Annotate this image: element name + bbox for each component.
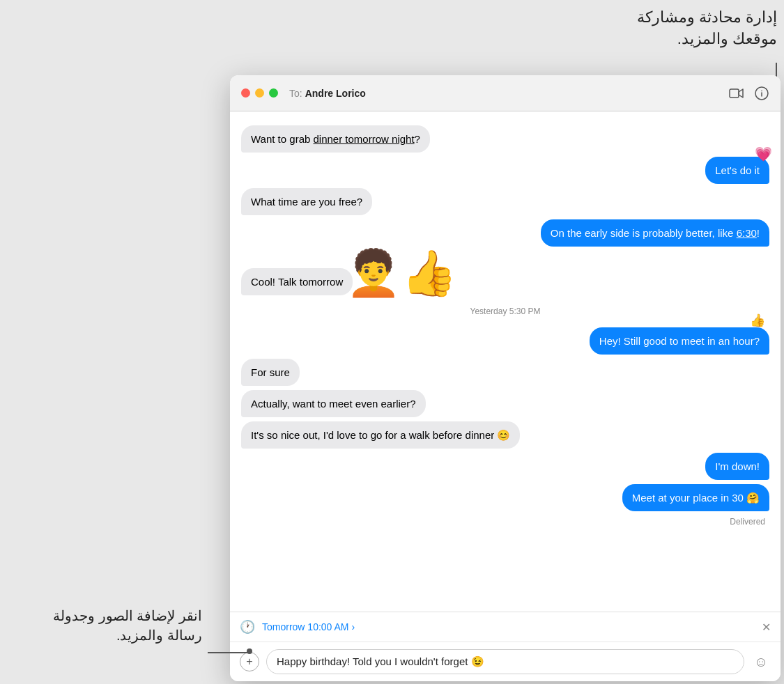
message-row: On the early side is probably better, li…: [241, 219, 769, 247]
annotation-line2: رسالة والمزيد.: [7, 625, 202, 645]
info-icon[interactable]: [754, 86, 769, 101]
traffic-lights: [241, 88, 278, 98]
annotation-connector-line: [208, 652, 249, 653]
title-bar-actions: [729, 86, 769, 101]
message-bubble: It's so nice out, I'd love to go for a w…: [241, 421, 520, 449]
annotation-line1: انقر لإضافة الصور وجدولة: [7, 606, 202, 625]
to-label: To:: [289, 88, 302, 99]
message-bubble: For sure: [241, 359, 300, 386]
reaction-emoji: 💗: [755, 144, 772, 164]
message-bubble: 👍 Hey! Still good to meet in an hour?: [590, 327, 769, 355]
svg-rect-0: [730, 89, 739, 98]
emoji-icon: ☺: [754, 654, 768, 670]
message-bubble: On the early side is probably better, li…: [541, 219, 769, 247]
timestamp: Yesterday 5:30 PM: [241, 306, 769, 316]
annotation-line2: موقعك والمزيد.: [637, 29, 777, 50]
fullscreen-button[interactable]: [269, 88, 278, 98]
title-bar: To: Andre Lorico: [230, 75, 781, 111]
annotation-line1: إدارة محادثة ومشاركة: [637, 7, 777, 29]
emoji-button[interactable]: ☺: [751, 652, 771, 671]
message-row: Meet at your place in 30 🤗: [241, 484, 769, 511]
message-row: For sure: [241, 359, 769, 386]
bottom-left-annotation: انقر لإضافة الصور وجدولة رسالة والمزيد.: [7, 606, 202, 645]
delivered-label: Delivered: [241, 517, 765, 527]
minimize-button[interactable]: [255, 88, 264, 98]
reminder-bar[interactable]: 🕐 Tomorrow 10:00 AM › ✕: [230, 612, 781, 642]
reminder-clock-icon: 🕐: [240, 619, 255, 635]
message-bubble: Cool! Talk tomorrow: [241, 268, 353, 295]
video-call-icon[interactable]: [729, 86, 744, 101]
top-annotation: إدارة محادثة ومشاركة موقعك والمزيد.: [637, 7, 777, 50]
reaction-emoji-thumbs: 👍: [750, 312, 765, 329]
bottom-area: 🕐 Tomorrow 10:00 AM › ✕ + ☺: [230, 612, 781, 681]
message-row: Cool! Talk tomorrow 🧑‍🦱👍: [241, 251, 769, 295]
message-bubble: Meet at your place in 30 🤗: [622, 484, 769, 511]
message-row: I'm down!: [241, 453, 769, 480]
close-button[interactable]: [241, 88, 250, 98]
message-bubble: 💗 Let's do it: [705, 157, 769, 184]
time-link[interactable]: 6:30: [737, 227, 757, 239]
memoji-sticker: 🧑‍🦱👍: [346, 251, 457, 295]
recipient-name: Andre Lorico: [305, 88, 729, 99]
reminder-text[interactable]: Tomorrow 10:00 AM ›: [262, 621, 755, 632]
messages-window: To: Andre Lorico Want to grab d: [230, 75, 781, 681]
message-row: Actually, want to meet even earlier?: [241, 390, 769, 417]
messages-area: Want to grab dinner tomorrow night? 💗 Le…: [230, 111, 781, 612]
message-bubble: Want to grab dinner tomorrow night?: [241, 125, 430, 153]
message-input[interactable]: [266, 649, 744, 674]
message-row: 👍 Hey! Still good to meet in an hour?: [241, 327, 769, 355]
svg-point-3: [761, 90, 762, 91]
message-bubble: What time are you free?: [241, 188, 372, 215]
message-row: 💗 Let's do it: [241, 157, 769, 184]
reminder-close-button[interactable]: ✕: [762, 621, 771, 634]
message-bubble: Actually, want to meet even earlier?: [241, 390, 426, 417]
message-row: What time are you free?: [241, 188, 769, 215]
message-row: Want to grab dinner tomorrow night?: [241, 125, 769, 153]
underlined-text: dinner tomorrow night: [314, 133, 415, 145]
message-row: It's so nice out, I'd love to go for a w…: [241, 421, 769, 449]
annotation-connector-dot: [247, 648, 252, 654]
input-row: + ☺: [230, 642, 781, 681]
add-content-button[interactable]: +: [240, 652, 259, 671]
plus-icon: +: [246, 655, 252, 668]
message-bubble: I'm down!: [705, 453, 769, 480]
